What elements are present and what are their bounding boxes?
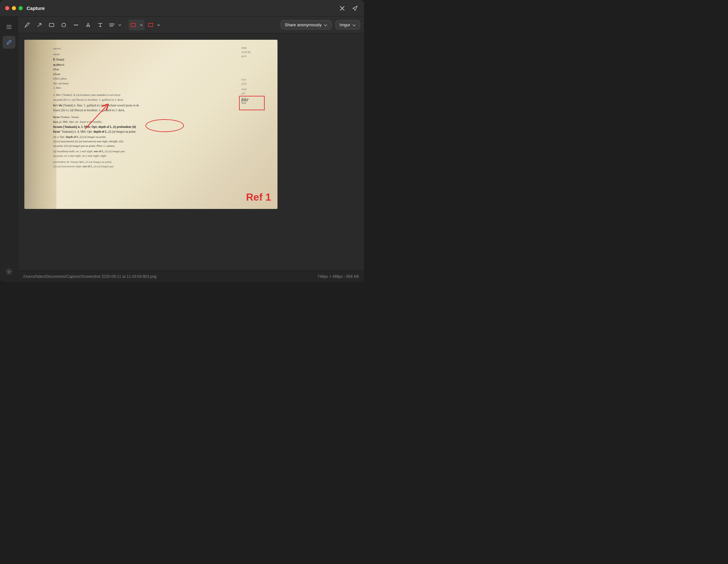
rectangle-tool-button[interactable] [46, 20, 57, 30]
imgur-label: Imgur [340, 22, 350, 27]
marker-tool-button[interactable] [83, 20, 94, 30]
share-button[interactable]: Share anonymously [281, 20, 332, 29]
app-window: Capture [0, 0, 364, 282]
align-button[interactable] [107, 20, 117, 30]
image-container: microc saulte F. Don(d m (Dutch (d'un (d… [24, 40, 277, 209]
align-tool-group[interactable] [107, 20, 123, 30]
toolbar: Share anonymously Imgur [18, 17, 364, 33]
sidebar-item-settings[interactable] [3, 265, 15, 278]
dictionary-image: microc saulte F. Don(d m (Dutch (d'un (d… [24, 40, 277, 209]
traffic-lights [5, 6, 23, 10]
close-button[interactable] [5, 6, 9, 10]
image-dimensions: 748px × 488px - 656 KB [318, 274, 359, 279]
divider-1 [126, 21, 126, 29]
sidebar [0, 17, 18, 282]
main-content: Share anonymously Imgur [0, 17, 364, 282]
title-bar: Capture [0, 0, 364, 17]
rect-fill-button[interactable] [128, 20, 138, 30]
line-tool-button[interactable] [70, 20, 81, 30]
canvas-area[interactable]: microc saulte F. Don(d m (Dutch (d'un (d… [18, 33, 364, 270]
maximize-button[interactable] [19, 6, 23, 10]
box-annotation: fold' [239, 96, 265, 110]
border-style-dropdown-arrow[interactable] [155, 20, 162, 30]
close-icon[interactable] [338, 4, 346, 12]
send-icon[interactable] [351, 4, 359, 12]
imgur-button[interactable]: Imgur [335, 20, 360, 29]
sidebar-item-pen[interactable] [3, 36, 15, 49]
app-title: Capture [27, 5, 338, 11]
svg-rect-6 [49, 23, 54, 27]
arrow-tool-button[interactable] [34, 20, 45, 30]
rect-fill-dropdown-arrow[interactable] [138, 20, 145, 30]
share-label: Share anonymously [285, 22, 322, 27]
border-style-group[interactable] [146, 20, 162, 30]
title-actions [338, 4, 359, 12]
svg-point-5 [8, 271, 10, 273]
text-tool-button[interactable] [95, 20, 106, 30]
svg-rect-12 [131, 23, 136, 27]
right-text: foist to be fai au b to b au b mem pol f… [239, 40, 277, 209]
file-path: /Users/hideo/Documents/Capture/Screensho… [23, 274, 156, 279]
status-bar: /Users/hideo/Documents/Capture/Screensho… [18, 270, 364, 282]
ref-annotation: Ref 1 [246, 191, 271, 203]
rect-fill-tool-group[interactable] [128, 20, 145, 30]
align-dropdown-arrow[interactable] [117, 20, 123, 30]
pen-tool-button[interactable] [22, 20, 33, 30]
sidebar-item-list[interactable] [3, 21, 15, 33]
minimize-button[interactable] [12, 6, 16, 10]
svg-rect-13 [148, 23, 153, 27]
circle-annotation [145, 119, 184, 132]
svg-point-7 [62, 23, 66, 27]
circle-tool-button[interactable] [58, 20, 69, 30]
editor-area: Share anonymously Imgur [18, 17, 364, 282]
border-style-button[interactable] [146, 20, 155, 30]
